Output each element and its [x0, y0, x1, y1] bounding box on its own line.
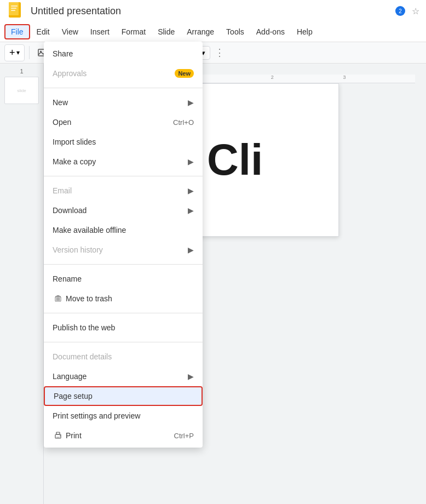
file-menu-dropdown: Share Approvals New New ▶ Open Ctrl+O Im… [44, 42, 203, 448]
slide-thumbnail-1[interactable]: slide [4, 77, 39, 104]
menu-section-settings: Document details Language ▶ Page setup P… [44, 345, 203, 448]
add-dropdown-arrow: ▾ [16, 49, 20, 56]
menu-item-addons[interactable]: Add-ons [251, 25, 290, 38]
divider-5 [44, 342, 203, 342]
menu-item-edit[interactable]: Edit [31, 25, 55, 38]
menu-section-publish: Publish to the web [44, 316, 203, 340]
print-shortcut: Ctrl+P [174, 432, 194, 440]
menu-section-file-manage: Rename Move to trash [44, 267, 203, 311]
plus-icon: + [9, 47, 15, 59]
divider-3 [44, 264, 203, 265]
menu-item-file[interactable]: File [4, 24, 30, 39]
menu-section-export: Email ▶ Download ▶ Make available offlin… [44, 179, 203, 262]
svg-rect-10 [59, 297, 60, 301]
language-label: Language [53, 372, 188, 381]
print-label: Print [66, 431, 174, 440]
title-bar: Untitled presentation 2 ☆ [0, 0, 426, 22]
import-slides-label: Import slides [53, 138, 194, 146]
version-history-arrow-icon: ▶ [188, 245, 194, 254]
svg-point-17 [60, 436, 61, 437]
download-label: Download [53, 206, 188, 215]
menu-item-open[interactable]: Open Ctrl+O [44, 112, 203, 132]
menu-item-print-settings[interactable]: Print settings and preview [44, 406, 203, 426]
slides-panel: 1 slide [0, 64, 44, 504]
new-label: New [53, 98, 188, 107]
app-logo [7, 1, 26, 21]
menu-item-insert[interactable]: Insert [85, 25, 115, 38]
menu-item-share[interactable]: Share [44, 44, 203, 64]
menu-item-language[interactable]: Language ▶ [44, 366, 203, 386]
approvals-new-badge: New [175, 69, 194, 78]
divider-1 [44, 88, 203, 88]
menu-item-help[interactable]: Help [291, 25, 318, 38]
toolbar-divider-1 [29, 46, 30, 59]
menu-item-import-slides[interactable]: Import slides [44, 132, 203, 152]
print-settings-label: Print settings and preview [53, 411, 194, 420]
add-button[interactable]: + ▾ [4, 44, 25, 61]
divider-2 [44, 176, 203, 176]
svg-rect-12 [57, 295, 60, 296]
publish-to-web-label: Publish to the web [53, 323, 194, 332]
star-icon[interactable]: ☆ [412, 6, 419, 16]
menu-item-approvals[interactable]: Approvals New [44, 64, 203, 83]
email-arrow-icon: ▶ [188, 186, 194, 195]
svg-rect-9 [57, 297, 59, 301]
menu-item-slide[interactable]: Slide [152, 25, 180, 38]
version-history-label: Version history [53, 245, 188, 254]
make-a-copy-label: Make a copy [53, 157, 188, 166]
menu-bar: File Edit View Insert Format Slide Arran… [0, 22, 426, 42]
download-arrow-icon: ▶ [188, 206, 194, 215]
more-options-icon[interactable]: ⋮ [215, 47, 224, 59]
email-label: Email [53, 186, 188, 195]
svg-rect-15 [56, 432, 60, 434]
menu-item-move-to-trash[interactable]: Move to trash [44, 289, 203, 308]
document-details-label: Document details [53, 352, 194, 361]
menu-item-make-a-copy[interactable]: Make a copy ▶ [44, 152, 203, 171]
menu-item-publish-to-web[interactable]: Publish to the web [44, 318, 203, 337]
svg-rect-5 [11, 10, 15, 11]
menu-item-email[interactable]: Email ▶ [44, 181, 203, 201]
menu-item-download[interactable]: Download ▶ [44, 201, 203, 220]
menu-item-new[interactable]: New ▶ [44, 93, 203, 112]
menu-section-share: Share Approvals New [44, 42, 203, 85]
language-arrow-icon: ▶ [188, 372, 194, 381]
slide-number-1: 1 [4, 68, 39, 75]
menu-item-view[interactable]: View [56, 25, 84, 38]
divider-4 [44, 313, 203, 313]
move-to-trash-label: Move to trash [66, 294, 194, 303]
menu-item-arrange[interactable]: Arrange [181, 25, 220, 38]
page-setup-label: Page setup [54, 392, 193, 400]
menu-item-print[interactable]: Print Ctrl+P [44, 426, 203, 445]
trash-icon [53, 294, 64, 303]
drive-badge: 2 [395, 6, 405, 16]
svg-rect-8 [56, 297, 57, 301]
menu-item-make-available-offline[interactable]: Make available offline [44, 220, 203, 240]
share-label: Share [53, 49, 194, 58]
svg-rect-4 [11, 8, 16, 9]
rename-label: Rename [53, 274, 194, 283]
menu-item-format[interactable]: Format [116, 25, 151, 38]
print-icon [53, 431, 64, 440]
svg-rect-3 [11, 5, 18, 7]
svg-rect-2 [10, 15, 19, 17]
menu-item-tools[interactable]: Tools [221, 25, 250, 38]
menu-item-page-setup[interactable]: Page setup [44, 386, 203, 406]
open-shortcut: Ctrl+O [173, 118, 194, 127]
approvals-label: Approvals [53, 69, 175, 78]
open-label: Open [53, 118, 173, 127]
document-title[interactable]: Untitled presentation [31, 5, 390, 17]
menu-item-document-details[interactable]: Document details [44, 347, 203, 366]
menu-item-version-history[interactable]: Version history ▶ [44, 240, 203, 260]
svg-rect-16 [56, 437, 60, 438]
make-a-copy-arrow-icon: ▶ [188, 157, 194, 166]
slide-content-preview: Cli [207, 135, 263, 185]
make-available-offline-label: Make available offline [53, 226, 194, 234]
menu-item-rename[interactable]: Rename [44, 269, 203, 289]
new-arrow-icon: ▶ [188, 98, 194, 107]
menu-section-file-ops: New ▶ Open Ctrl+O Import slides Make a c… [44, 90, 203, 174]
